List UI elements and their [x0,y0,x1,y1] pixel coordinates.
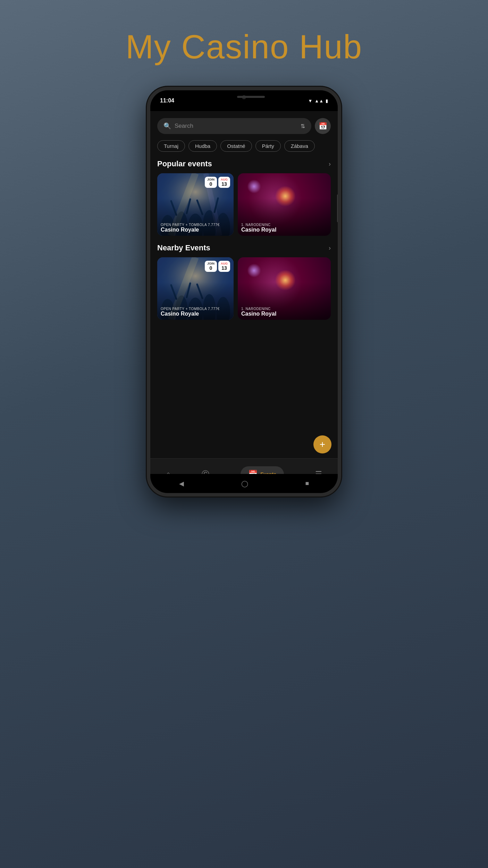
category-pill-turnaj[interactable]: Turnaj [157,140,185,152]
event-card-text-1: OPEN PARTY + TOMBOLA 7.777€ Casino Royal… [157,220,234,236]
join-num-2: 0 [207,265,214,271]
nearby-events-arrow[interactable]: › [329,244,331,252]
join-num: 0 [207,181,214,187]
category-pill-ostatne[interactable]: Ostatné [220,140,252,152]
nearby-event-card-2[interactable]: 1. NARODENINC Casino Royal [238,257,331,320]
join-badge: JOIN 0 [205,177,217,188]
category-pill-hudba[interactable]: Hudba [188,140,217,152]
nearby-events-header: Nearby Events › [157,243,331,252]
search-placeholder: Search [175,123,297,130]
join-badge-2: JOIN 0 [205,261,217,272]
recents-button[interactable]: ■ [305,480,309,487]
category-pill-party[interactable]: Párty [255,140,281,152]
event-name-2: Casino Royal [241,227,327,233]
popular-events-header: Popular events › [157,159,331,168]
search-icon: 🔍 [163,122,171,130]
event-card-text-2: 1. NARODENINC Casino Royal [238,220,331,236]
event-subtitle-2: 1. NARODENINC [241,223,327,227]
calendar-icon: 📅 [319,122,327,130]
nearby-events-title: Nearby Events [157,243,210,252]
popular-events-arrow[interactable]: › [329,160,331,168]
signal-icon: ▲▲ [314,98,323,103]
search-bar: 🔍 Search ⇅ 📅 [157,118,331,134]
fab-button[interactable]: + [313,435,331,453]
screen-content: 🔍 Search ⇅ 📅 Turnaj Hudba Ostatné Párty … [150,111,338,327]
status-bar: 11:04 ▼ ▲▲ ▮ [150,90,338,111]
status-time: 11:04 [160,98,174,104]
categories-row: Turnaj Hudba Ostatné Párty Zábava [157,140,331,152]
popular-event-card-1[interactable]: JOIN 0 AUG 13 OPEN PARTY + TOMBOLA 7.777… [157,173,234,236]
speaker [237,96,265,98]
nearby-event-card-1[interactable]: JOIN 0 AUG 13 OPEN PARTY + TOMBOLA 7.777… [157,257,234,320]
event-name-3: Casino Royale [161,311,230,317]
event-name-1: Casino Royale [161,227,230,233]
app-title: My Casino Hub [126,28,362,66]
event-badges-1: JOIN 0 AUG 13 [205,177,230,188]
popular-events-title: Popular events [157,159,212,168]
date-badge-2: AUG 13 [218,261,230,272]
home-button[interactable]: ◯ [241,480,248,487]
join-label-2: JOIN [207,262,214,265]
event-subtitle-1: OPEN PARTY + TOMBOLA 7.777€ [161,223,230,227]
date-day: 13 [221,181,228,187]
battery-icon: ▮ [326,98,328,103]
wifi-icon: ▼ [308,98,312,103]
nearby-events-row: JOIN 0 AUG 13 OPEN PARTY + TOMBOLA 7.777… [157,257,331,320]
calendar-button[interactable]: 📅 [315,118,331,134]
date-month: AUG [221,178,228,181]
back-button[interactable]: ◀ [179,480,184,487]
android-nav: ◀ ◯ ■ [150,474,338,493]
event-card-text-3: OPEN PARTY + TOMBOLA 7.777€ Casino Royal… [157,304,234,320]
event-card-text-4: 1. NARODENINC Casino Royal [238,304,331,320]
date-day-2: 13 [221,265,228,271]
category-pill-zabava[interactable]: Zábava [284,140,315,152]
status-icons: ▼ ▲▲ ▮ [308,98,328,103]
popular-event-card-2[interactable]: 1. NARODENINC Casino Royal [238,173,331,236]
event-subtitle-3: OPEN PARTY + TOMBOLA 7.777€ [161,307,230,311]
event-subtitle-4: 1. NARODENINC [241,307,327,311]
date-month-2: AUG [221,262,228,265]
popular-events-row: JOIN 0 AUG 13 OPEN PARTY + TOMBOLA 7.777… [157,173,331,236]
event-badges-2: JOIN 0 AUG 13 [205,261,230,272]
phone-screen: 🔍 Search ⇅ 📅 Turnaj Hudba Ostatné Párty … [150,111,338,458]
phone-mockup: 11:04 ▼ ▲▲ ▮ 🔍 Search ⇅ 📅 Turnaj [147,87,341,496]
search-input-container[interactable]: 🔍 Search ⇅ [157,118,311,134]
join-label: JOIN [207,178,214,181]
event-name-4: Casino Royal [241,311,327,317]
date-badge: AUG 13 [218,177,230,188]
filter-icon[interactable]: ⇅ [301,123,305,130]
